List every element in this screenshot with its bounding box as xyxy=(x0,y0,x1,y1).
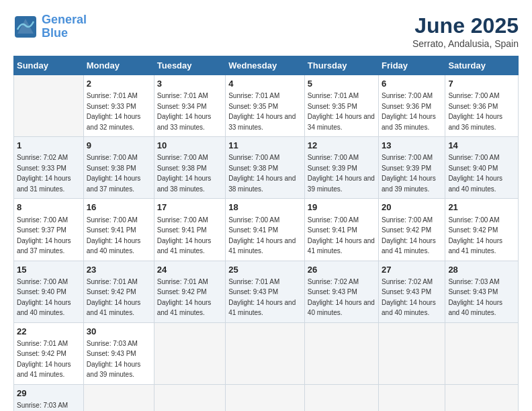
calendar-cell: 6Sunrise: 7:00 AMSunset: 9:36 PMDaylight… xyxy=(379,75,445,137)
calendar-cell: 14Sunrise: 7:00 AMSunset: 9:40 PMDayligh… xyxy=(445,137,519,199)
logo: General Blue xyxy=(13,13,87,40)
calendar-cell xyxy=(445,384,519,411)
day-number: 7 xyxy=(448,78,515,90)
day-info: Sunrise: 7:00 AMSunset: 9:38 PMDaylight:… xyxy=(87,154,141,193)
day-number: 1 xyxy=(17,140,81,152)
col-header-wednesday: Wednesday xyxy=(226,56,305,75)
day-info: Sunrise: 7:01 AMSunset: 9:33 PMDaylight:… xyxy=(87,92,141,131)
day-info: Sunrise: 7:00 AMSunset: 9:38 PMDaylight:… xyxy=(228,154,296,193)
calendar-cell: 11Sunrise: 7:00 AMSunset: 9:38 PMDayligh… xyxy=(226,137,305,199)
calendar-cell: 20Sunrise: 7:00 AMSunset: 9:42 PMDayligh… xyxy=(379,199,445,261)
calendar-cell: 19Sunrise: 7:00 AMSunset: 9:41 PMDayligh… xyxy=(304,199,378,261)
day-info: Sunrise: 7:02 AMSunset: 9:43 PMDaylight:… xyxy=(308,278,375,317)
calendar-cell: 9Sunrise: 7:00 AMSunset: 9:38 PMDaylight… xyxy=(83,137,154,199)
calendar-cell xyxy=(379,384,445,411)
calendar-cell xyxy=(445,322,519,384)
day-number: 5 xyxy=(308,78,375,90)
calendar-cell xyxy=(154,384,225,411)
day-info: Sunrise: 7:03 AMSunset: 9:43 PMDaylight:… xyxy=(448,278,502,317)
calendar-cell xyxy=(83,384,154,411)
calendar-cell: 1Sunrise: 7:02 AMSunset: 9:33 PMDaylight… xyxy=(14,137,84,199)
calendar-cell: 5Sunrise: 7:01 AMSunset: 9:35 PMDaylight… xyxy=(304,75,378,137)
day-number: 20 xyxy=(382,201,442,214)
day-number: 16 xyxy=(87,201,151,214)
page-header: General Blue June 2025 Serrato, Andalusi… xyxy=(13,13,519,49)
day-info: Sunrise: 7:00 AMSunset: 9:39 PMDaylight:… xyxy=(382,154,436,193)
day-info: Sunrise: 7:00 AMSunset: 9:42 PMDaylight:… xyxy=(448,216,502,255)
day-info: Sunrise: 7:02 AMSunset: 9:33 PMDaylight:… xyxy=(17,154,71,193)
day-number: 26 xyxy=(308,264,375,276)
col-header-sunday: Sunday xyxy=(14,56,84,75)
calendar-cell xyxy=(304,384,378,411)
calendar-week-row: 29Sunrise: 7:03 AMSunset: 9:43 PMDayligh… xyxy=(14,384,519,411)
day-info: Sunrise: 7:00 AMSunset: 9:41 PMDaylight:… xyxy=(228,216,296,255)
calendar-cell: 15Sunrise: 7:00 AMSunset: 9:40 PMDayligh… xyxy=(14,261,84,322)
day-info: Sunrise: 7:01 AMSunset: 9:42 PMDaylight:… xyxy=(157,278,212,317)
calendar-cell xyxy=(226,322,305,384)
day-info: Sunrise: 7:01 AMSunset: 9:43 PMDaylight:… xyxy=(228,278,296,317)
day-info: Sunrise: 7:00 AMSunset: 9:41 PMDaylight:… xyxy=(308,216,375,255)
day-number: 15 xyxy=(17,264,81,276)
day-number: 27 xyxy=(382,264,442,276)
calendar-week-row: 2Sunrise: 7:01 AMSunset: 9:33 PMDaylight… xyxy=(14,75,519,137)
day-info: Sunrise: 7:01 AMSunset: 9:42 PMDaylight:… xyxy=(17,340,71,379)
day-info: Sunrise: 7:03 AMSunset: 9:43 PMDaylight:… xyxy=(17,402,71,411)
calendar-cell: 28Sunrise: 7:03 AMSunset: 9:43 PMDayligh… xyxy=(445,261,519,322)
day-info: Sunrise: 7:00 AMSunset: 9:41 PMDaylight:… xyxy=(157,216,212,255)
calendar-cell: 13Sunrise: 7:00 AMSunset: 9:39 PMDayligh… xyxy=(379,137,445,199)
day-info: Sunrise: 7:00 AMSunset: 9:37 PMDaylight:… xyxy=(17,216,71,255)
calendar-cell: 12Sunrise: 7:00 AMSunset: 9:39 PMDayligh… xyxy=(304,137,378,199)
calendar-cell: 17Sunrise: 7:00 AMSunset: 9:41 PMDayligh… xyxy=(154,199,225,261)
col-header-monday: Monday xyxy=(83,56,154,75)
calendar-cell: 29Sunrise: 7:03 AMSunset: 9:43 PMDayligh… xyxy=(14,384,84,411)
calendar-week-row: 22Sunrise: 7:01 AMSunset: 9:42 PMDayligh… xyxy=(14,322,519,384)
col-header-tuesday: Tuesday xyxy=(154,56,225,75)
calendar-cell: 16Sunrise: 7:00 AMSunset: 9:41 PMDayligh… xyxy=(83,199,154,261)
calendar-cell: 3Sunrise: 7:01 AMSunset: 9:34 PMDaylight… xyxy=(154,75,225,137)
day-number: 19 xyxy=(308,201,375,214)
logo-icon xyxy=(13,15,38,39)
day-number: 13 xyxy=(382,140,442,152)
day-number: 6 xyxy=(382,78,442,90)
day-number: 9 xyxy=(87,140,151,152)
col-header-thursday: Thursday xyxy=(304,56,378,75)
calendar-cell: 27Sunrise: 7:02 AMSunset: 9:43 PMDayligh… xyxy=(379,261,445,322)
day-number: 23 xyxy=(87,264,151,276)
day-info: Sunrise: 7:00 AMSunset: 9:36 PMDaylight:… xyxy=(382,92,436,131)
day-number: 10 xyxy=(157,140,222,152)
day-number: 12 xyxy=(308,140,375,152)
day-info: Sunrise: 7:01 AMSunset: 9:42 PMDaylight:… xyxy=(87,278,141,317)
day-number: 18 xyxy=(228,201,302,214)
calendar-body: 2Sunrise: 7:01 AMSunset: 9:33 PMDaylight… xyxy=(14,75,519,412)
calendar-title: June 2025 xyxy=(412,13,519,38)
logo-text: General Blue xyxy=(42,13,87,40)
day-number: 22 xyxy=(17,326,81,338)
calendar-cell: 26Sunrise: 7:02 AMSunset: 9:43 PMDayligh… xyxy=(304,261,378,322)
calendar-cell: 2Sunrise: 7:01 AMSunset: 9:33 PMDaylight… xyxy=(83,75,154,137)
calendar-cell xyxy=(226,384,305,411)
day-info: Sunrise: 7:00 AMSunset: 9:39 PMDaylight:… xyxy=(308,154,375,193)
day-number: 29 xyxy=(17,387,81,400)
calendar-cell: 30Sunrise: 7:03 AMSunset: 9:43 PMDayligh… xyxy=(83,322,154,384)
calendar-cell: 18Sunrise: 7:00 AMSunset: 9:41 PMDayligh… xyxy=(226,199,305,261)
calendar-cell: 22Sunrise: 7:01 AMSunset: 9:42 PMDayligh… xyxy=(14,322,84,384)
day-info: Sunrise: 7:03 AMSunset: 9:43 PMDaylight:… xyxy=(87,340,141,379)
calendar-cell: 4Sunrise: 7:01 AMSunset: 9:35 PMDaylight… xyxy=(226,75,305,137)
day-info: Sunrise: 7:02 AMSunset: 9:43 PMDaylight:… xyxy=(382,278,436,317)
day-number: 3 xyxy=(157,78,222,90)
calendar-subtitle: Serrato, Andalusia, Spain xyxy=(412,38,519,49)
calendar-header-row: SundayMondayTuesdayWednesdayThursdayFrid… xyxy=(14,56,519,75)
day-info: Sunrise: 7:00 AMSunset: 9:40 PMDaylight:… xyxy=(448,154,502,193)
day-info: Sunrise: 7:00 AMSunset: 9:36 PMDaylight:… xyxy=(448,92,502,131)
calendar-week-row: 1Sunrise: 7:02 AMSunset: 9:33 PMDaylight… xyxy=(14,137,519,199)
calendar-cell: 23Sunrise: 7:01 AMSunset: 9:42 PMDayligh… xyxy=(83,261,154,322)
day-info: Sunrise: 7:01 AMSunset: 9:34 PMDaylight:… xyxy=(157,92,212,131)
day-info: Sunrise: 7:00 AMSunset: 9:42 PMDaylight:… xyxy=(382,216,436,255)
day-number: 14 xyxy=(448,140,515,152)
day-info: Sunrise: 7:01 AMSunset: 9:35 PMDaylight:… xyxy=(308,92,375,131)
calendar-cell xyxy=(379,322,445,384)
day-number: 17 xyxy=(157,201,222,214)
day-info: Sunrise: 7:00 AMSunset: 9:38 PMDaylight:… xyxy=(157,154,212,193)
calendar-cell: 7Sunrise: 7:00 AMSunset: 9:36 PMDaylight… xyxy=(445,75,519,137)
calendar-cell xyxy=(304,322,378,384)
